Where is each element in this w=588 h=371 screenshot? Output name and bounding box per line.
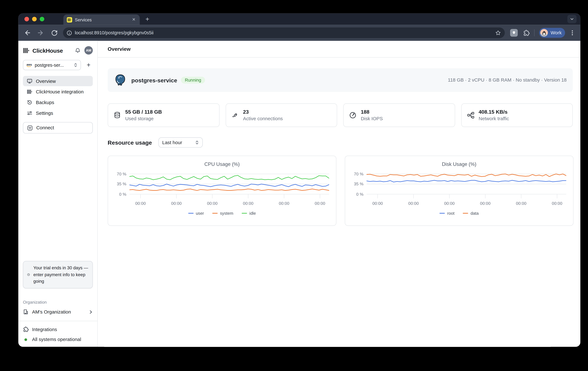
- plot-area: [367, 173, 566, 199]
- plug-icon: [231, 111, 239, 119]
- chevron-right-icon: [89, 310, 93, 314]
- kebab-menu-icon: [570, 30, 575, 36]
- sidebar-item-label: ClickHouse integration: [36, 89, 84, 94]
- forward-button[interactable]: [37, 29, 44, 36]
- url-bar[interactable]: localhost:8910/postgres/pgkybgnv0s5ii: [63, 28, 505, 38]
- x-tick-label: 00:00: [135, 201, 146, 206]
- series-line-system: [129, 189, 329, 191]
- toolbar-divider: [534, 29, 535, 36]
- series-line-data: [367, 174, 566, 177]
- legend-label: root: [447, 211, 454, 216]
- y-tick-label: 70 %: [354, 172, 364, 176]
- sidebar-item-overview[interactable]: Overview: [23, 76, 93, 86]
- time-range-select[interactable]: Last hour: [158, 137, 203, 148]
- profile-avatar: [540, 29, 548, 37]
- user-avatar[interactable]: AM: [84, 46, 93, 55]
- browser-tab[interactable]: Services ✕: [63, 15, 140, 25]
- charts-row: CPU Usage (%) 70 % 35 % 0 % 00:0000:0000…: [108, 156, 573, 226]
- history-icon: [27, 100, 32, 105]
- clickhouse-bars-icon: [27, 89, 32, 95]
- plot-area: [129, 173, 329, 199]
- zoom-window-button[interactable]: [40, 17, 44, 21]
- legend-label: data: [471, 211, 479, 216]
- time-range-value: Last hour: [162, 140, 195, 145]
- service-selector-row: aws postgres-ser... +: [23, 60, 93, 70]
- chart-title: CPU Usage (%): [115, 161, 329, 168]
- reload-button[interactable]: [51, 30, 58, 36]
- notifications-button[interactable]: [75, 48, 81, 53]
- selected-service-name: postgres-ser...: [35, 62, 74, 68]
- reload-icon: [51, 30, 58, 36]
- browser-menu-button[interactable]: [570, 30, 575, 36]
- site-info-icon[interactable]: [67, 30, 72, 35]
- tab-search-button[interactable]: [567, 15, 577, 23]
- legend-swatch-icon: [212, 213, 218, 214]
- resource-usage-title: Resource usage: [108, 139, 152, 146]
- y-tick-label: 70 %: [117, 172, 126, 176]
- legend-label: system: [220, 211, 233, 216]
- page-body: postgres-service Running 118 GB · 2 vCPU…: [98, 58, 580, 226]
- minimize-window-button[interactable]: [32, 17, 37, 21]
- browser-window: Services ✕ + localhost:8910/postgres/pgk…: [18, 13, 580, 347]
- series-line-root: [367, 180, 566, 182]
- screen: Services ✕ + localhost:8910/postgres/pgk…: [0, 0, 588, 371]
- sidebar-item-backups[interactable]: Backups: [23, 97, 93, 108]
- sidebar-divider: [18, 321, 97, 321]
- x-tick-label: 00:00: [171, 201, 182, 206]
- bookmark-star-icon[interactable]: [495, 30, 501, 36]
- stat-label: Used storage: [125, 116, 162, 122]
- series-line-idle: [129, 175, 329, 180]
- legend-item: idle: [242, 211, 256, 216]
- sidebar-item-clickhouse-integration[interactable]: ClickHouse integration: [23, 87, 93, 97]
- app-area: ClickHouse AM aws postgres-ser... +: [18, 41, 580, 347]
- integrations-label: Integrations: [32, 327, 57, 332]
- postgresql-logo: [114, 74, 127, 87]
- brand-row: ClickHouse AM: [23, 45, 93, 56]
- y-tick-label: 35 %: [117, 181, 126, 186]
- sidebar-item-settings[interactable]: Settings: [23, 108, 93, 118]
- clickhouse-logo-icon: [68, 18, 71, 21]
- chevron-updown-icon: [74, 63, 77, 67]
- back-button[interactable]: [24, 29, 31, 36]
- close-window-button[interactable]: [24, 17, 29, 21]
- legend-swatch-icon: [242, 213, 247, 214]
- status-badge: Running: [181, 77, 205, 83]
- extensions-button[interactable]: [523, 30, 530, 36]
- chevron-updown-icon: [195, 140, 199, 144]
- sidebar-item-label: Overview: [36, 78, 56, 84]
- legend-swatch-icon: [188, 213, 193, 214]
- close-tab-icon[interactable]: ✕: [131, 17, 136, 22]
- shield-extension-icon[interactable]: [510, 29, 518, 37]
- stat-value: 55 GB / 118 GB: [125, 109, 162, 115]
- stat-label: Network traffic: [479, 116, 509, 122]
- x-tick-label: 00:00: [243, 201, 253, 206]
- stat-card-active-connections: 23 Active connections: [225, 103, 337, 127]
- window-controls: [24, 17, 44, 21]
- chevron-down-icon: [570, 17, 574, 21]
- integrations-link[interactable]: Integrations: [23, 327, 93, 332]
- brand-name: ClickHouse: [32, 47, 63, 54]
- profile-chip[interactable]: Work: [539, 28, 565, 38]
- arrow-left-icon: [24, 29, 31, 36]
- legend-item: system: [212, 211, 233, 216]
- x-tick-label: 00:00: [408, 201, 419, 206]
- legend-item: data: [463, 211, 479, 216]
- status-text: All systems operational: [32, 337, 81, 342]
- puzzle-icon: [23, 327, 29, 332]
- organization-row[interactable]: AM's Organization: [23, 309, 93, 315]
- sidebar-item-label: Settings: [36, 110, 53, 116]
- add-service-button[interactable]: +: [87, 62, 91, 68]
- service-selector[interactable]: aws postgres-ser...: [23, 60, 81, 70]
- new-tab-button[interactable]: +: [145, 16, 149, 22]
- sidebar-item-label: Backups: [36, 100, 54, 105]
- stat-value: 23: [243, 109, 283, 115]
- clickhouse-favicon: [67, 17, 72, 22]
- stats-row: 55 GB / 118 GB Used storage 23 Active co…: [108, 103, 573, 127]
- legend-swatch-icon: [440, 213, 445, 214]
- connect-button[interactable]: Connect: [23, 122, 93, 134]
- y-axis-labels: 70 % 35 % 0 %: [352, 173, 367, 199]
- y-axis-labels: 70 % 35 % 0 %: [115, 173, 129, 199]
- trial-notice: Your trial ends in 30 days — enter payme…: [23, 261, 93, 288]
- legend-item: root: [440, 211, 454, 216]
- system-status-link[interactable]: All systems operational: [23, 337, 93, 342]
